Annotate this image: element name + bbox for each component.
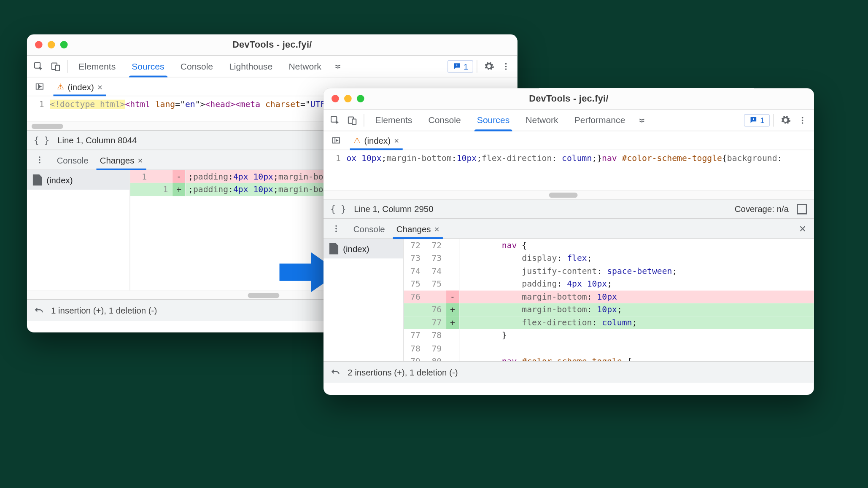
diff-row: 7373 display: flex; bbox=[404, 252, 814, 265]
cursor-position: Line 1, Column 8044 bbox=[57, 135, 137, 145]
drawer-tab-changes[interactable]: Changes× bbox=[94, 150, 148, 169]
sources-subbar: ⚠ (index) × bbox=[323, 131, 814, 150]
file-tab-index[interactable]: ⚠ (index) × bbox=[53, 78, 106, 96]
line-number: 1 bbox=[323, 150, 346, 167]
tab-console[interactable]: Console bbox=[173, 56, 221, 77]
titlebar[interactable]: DevTools - jec.fyi/ bbox=[323, 88, 814, 109]
warning-icon: ⚠ bbox=[57, 82, 65, 91]
diff-row: 7272 nav { bbox=[404, 239, 814, 252]
tab-sources[interactable]: Sources bbox=[469, 110, 517, 131]
tab-elements[interactable]: Elements bbox=[71, 56, 123, 77]
svg-point-4 bbox=[505, 63, 507, 64]
diff-row: 7778 } bbox=[404, 329, 814, 342]
diff-row: 7575 padding: 4px 10px; bbox=[404, 278, 814, 291]
svg-point-5 bbox=[505, 65, 507, 67]
close-window-button[interactable] bbox=[332, 95, 339, 102]
drawer-tab-console[interactable]: Console bbox=[348, 219, 391, 239]
navigator-toggle-icon[interactable] bbox=[32, 78, 48, 94]
svg-point-10 bbox=[39, 162, 40, 164]
drawer-kebab-icon[interactable] bbox=[32, 152, 48, 168]
file-tab-index[interactable]: ⚠ (index) × bbox=[350, 131, 403, 150]
file-icon bbox=[329, 243, 339, 255]
window-title: DevTools - jec.fyi/ bbox=[529, 94, 609, 104]
drawer-tab-console[interactable]: Console bbox=[51, 150, 94, 169]
tab-network[interactable]: Network bbox=[281, 56, 329, 77]
issues-count: 1 bbox=[760, 115, 765, 125]
settings-gear-icon[interactable] bbox=[777, 112, 793, 128]
svg-point-9 bbox=[39, 159, 40, 161]
issues-icon bbox=[749, 116, 757, 124]
revert-icon[interactable] bbox=[330, 367, 340, 377]
svg-point-21 bbox=[335, 231, 337, 232]
tab-performance[interactable]: Performance bbox=[567, 110, 633, 131]
status-bar: { } Line 1, Column 2950 Coverage: n/a bbox=[323, 199, 814, 219]
svg-rect-13 bbox=[352, 119, 356, 124]
svg-rect-3 bbox=[457, 64, 458, 66]
devtools-window-after: DevTools - jec.fyi/ ElementsConsoleSourc… bbox=[323, 88, 814, 395]
minimize-window-button[interactable] bbox=[48, 41, 55, 48]
panel-tabs: ElementsSourcesConsoleLighthouseNetwork bbox=[71, 56, 329, 77]
issues-button[interactable]: 1 bbox=[744, 114, 770, 126]
changes-file-label: (index) bbox=[343, 244, 369, 254]
svg-rect-2 bbox=[56, 65, 59, 70]
main-toolbar: ElementsSourcesConsoleLighthouseNetwork … bbox=[27, 56, 518, 78]
main-toolbar: ElementsConsoleSourcesNetworkPerformance… bbox=[323, 110, 814, 131]
line-number: 1 bbox=[27, 96, 50, 113]
more-tabs-chevron-icon[interactable] bbox=[634, 112, 650, 128]
more-tabs-chevron-icon[interactable] bbox=[330, 58, 346, 74]
close-drawer-tab-icon[interactable]: × bbox=[138, 155, 143, 165]
changes-file-item[interactable]: (index) bbox=[323, 239, 403, 258]
drawer-tabbar: ConsoleChanges× × bbox=[323, 219, 814, 239]
code-line[interactable]: ox 10px;margin-bottom:10px;flex-directio… bbox=[346, 150, 814, 167]
tab-console[interactable]: Console bbox=[421, 110, 469, 131]
diff-row: 77+ flex-direction: column; bbox=[404, 316, 814, 329]
svg-point-17 bbox=[802, 122, 803, 123]
close-drawer-icon[interactable]: × bbox=[796, 222, 809, 235]
zoom-window-button[interactable] bbox=[357, 95, 364, 102]
issues-button[interactable]: 1 bbox=[447, 60, 473, 72]
diff-row: 7980 nav #color-scheme-toggle { bbox=[404, 355, 814, 361]
inspect-element-icon[interactable] bbox=[30, 58, 46, 74]
svg-point-19 bbox=[335, 225, 337, 227]
revert-icon[interactable] bbox=[34, 305, 44, 315]
svg-rect-14 bbox=[753, 118, 754, 120]
settings-gear-icon[interactable] bbox=[481, 58, 497, 74]
tab-lighthouse[interactable]: Lighthouse bbox=[221, 56, 280, 77]
pretty-print-icon[interactable]: { } bbox=[330, 204, 346, 214]
panel-tabs: ElementsConsoleSourcesNetworkPerformance bbox=[368, 110, 633, 131]
changes-file-label: (index) bbox=[46, 175, 73, 185]
svg-point-15 bbox=[802, 117, 803, 118]
coverage-label: Coverage: n/a bbox=[735, 204, 789, 214]
coverage-icon[interactable] bbox=[797, 204, 807, 214]
diff-row: 7474 justify-content: space-between; bbox=[404, 265, 814, 278]
inspect-element-icon[interactable] bbox=[327, 112, 343, 128]
diff-view[interactable]: 7272 nav {7373 display: flex;7474 justif… bbox=[404, 239, 814, 361]
close-file-tab-icon[interactable]: × bbox=[97, 82, 102, 91]
titlebar[interactable]: DevTools - jec.fyi/ bbox=[27, 35, 518, 56]
close-drawer-tab-icon[interactable]: × bbox=[434, 224, 439, 233]
svg-point-20 bbox=[335, 228, 337, 230]
pretty-print-icon[interactable]: { } bbox=[34, 135, 49, 145]
changes-summary: 2 insertions (+), 1 deletion (-) bbox=[348, 367, 458, 377]
kebab-menu-icon[interactable] bbox=[795, 112, 811, 128]
file-tab-label: (index) bbox=[364, 136, 391, 145]
changes-file-list: (index) bbox=[27, 170, 130, 291]
tab-sources[interactable]: Sources bbox=[124, 56, 172, 77]
tab-network[interactable]: Network bbox=[518, 110, 566, 131]
device-toolbar-icon[interactable] bbox=[48, 58, 64, 74]
changes-footer: 2 insertions (+), 1 deletion (-) bbox=[323, 361, 814, 383]
cursor-position: Line 1, Column 2950 bbox=[354, 204, 433, 214]
close-file-tab-icon[interactable]: × bbox=[394, 136, 399, 145]
drawer-tab-changes[interactable]: Changes× bbox=[391, 219, 445, 239]
zoom-window-button[interactable] bbox=[60, 41, 68, 48]
device-toolbar-icon[interactable] bbox=[344, 112, 360, 128]
svg-point-16 bbox=[802, 119, 803, 121]
close-window-button[interactable] bbox=[35, 41, 43, 48]
changes-file-item[interactable]: (index) bbox=[27, 170, 129, 190]
minimize-window-button[interactable] bbox=[344, 95, 352, 102]
navigator-toggle-icon[interactable] bbox=[328, 132, 344, 148]
tab-elements[interactable]: Elements bbox=[368, 110, 420, 131]
drawer-kebab-icon[interactable] bbox=[328, 221, 344, 237]
horizontal-scrollbar[interactable] bbox=[323, 190, 814, 199]
kebab-menu-icon[interactable] bbox=[498, 58, 514, 74]
